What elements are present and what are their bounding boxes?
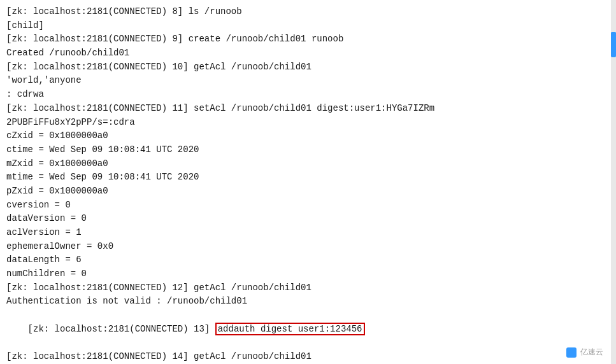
scrollbar[interactable] xyxy=(611,0,616,364)
terminal-line: mtime = Wed Sep 09 10:08:41 UTC 2020 xyxy=(6,171,610,185)
terminal-line: 2PUBFiFFu8xY2pPP/s=:cdra xyxy=(6,116,610,130)
terminal-line: [child] xyxy=(6,19,610,33)
terminal-line: numChildren = 0 xyxy=(6,267,610,281)
terminal-line: [zk: localhost:2181(CONNECTED) 8] ls /ru… xyxy=(6,5,610,19)
terminal-line: ctime = Wed Sep 09 10:08:41 UTC 2020 xyxy=(6,143,610,157)
terminal-line: Authentication is not valid : /runoob/ch… xyxy=(6,295,610,309)
terminal-line: mZxid = 0x1000000a0 xyxy=(6,157,610,171)
terminal-line: 'world,'anyone xyxy=(6,74,610,88)
terminal-line: [zk: localhost:2181(CONNECTED) 12] getAc… xyxy=(6,281,610,295)
terminal-line: cZxid = 0x1000000a0 xyxy=(6,129,610,143)
terminal-line: cversion = 0 xyxy=(6,199,610,213)
watermark: 亿速云 xyxy=(566,347,603,358)
terminal-line: [zk: localhost:2181(CONNECTED) 11] setAc… xyxy=(6,102,610,116)
highlighted-command: addauth digest user1:123456 xyxy=(215,323,365,335)
terminal-line: pZxid = 0x1000000a0 xyxy=(6,185,610,199)
scrollbar-thumb[interactable] xyxy=(611,32,616,57)
terminal-line: [zk: localhost:2181(CONNECTED) 10] getAc… xyxy=(6,60,610,74)
terminal-container: [zk: localhost:2181(CONNECTED) 8] ls /ru… xyxy=(0,0,616,364)
terminal-line: aclVersion = 1 xyxy=(6,226,610,240)
terminal-line: [zk: localhost:2181(CONNECTED) 9] create… xyxy=(6,32,610,46)
terminal-line: : cdrwa xyxy=(6,88,610,102)
watermark-icon xyxy=(566,347,577,358)
terminal-line-highlighted: [zk: localhost:2181(CONNECTED) 13] addau… xyxy=(6,309,610,350)
terminal-line: Created /runoob/child01 xyxy=(6,46,610,60)
terminal-line: dataLength = 6 xyxy=(6,253,610,267)
terminal-text-prefix: [zk: localhost:2181(CONNECTED) 13] xyxy=(28,324,215,334)
terminal-line: [zk: localhost:2181(CONNECTED) 14] getAc… xyxy=(6,350,610,364)
terminal-line: ephemeralOwner = 0x0 xyxy=(6,240,610,254)
terminal-line: dataVersion = 0 xyxy=(6,212,610,226)
watermark-text: 亿速云 xyxy=(580,347,603,356)
